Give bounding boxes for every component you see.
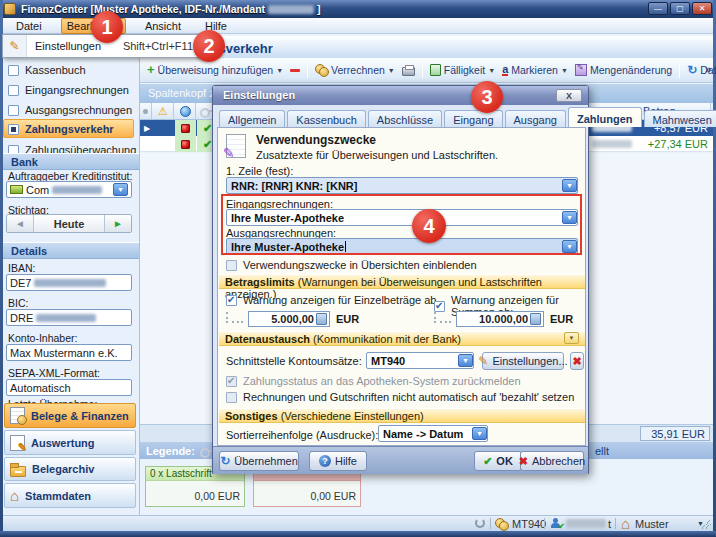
previous-day-icon[interactable]: ◄ (7, 215, 33, 232)
datenaustausch-button[interactable]: ↻Datenaustausch▼ (687, 64, 716, 76)
calculator-icon[interactable] (530, 313, 541, 325)
zahlungsstatus-checkbox-disabled: Zahlungsstatus an das Apotheken-System z… (226, 375, 521, 387)
eingangsrechnungen-select[interactable]: Ihre Muster-Apotheke ▼ (226, 209, 578, 226)
betrag-cell: +27,34 EUR (638, 136, 708, 152)
hilfe-button[interactable]: ? Hilfe (309, 451, 367, 471)
check-icon: ✔ (203, 122, 212, 135)
filter-button-clipped[interactable]: ✖ (570, 352, 584, 370)
sidebar-item-ausgangsrechnungen[interactable]: Ausgangsrechnungen (8, 102, 132, 118)
schnittstelle-select[interactable]: MT940 ▼ (366, 352, 474, 369)
close-icon[interactable]: ✕ (692, 2, 712, 15)
tab-zahlungen[interactable]: Zahlungen (568, 107, 642, 127)
toolbar-label: Verrechnen (331, 64, 385, 76)
sidebar-item-kassenbuch[interactable]: Kassenbuch (8, 62, 86, 78)
row-indicator-column[interactable] (140, 103, 152, 119)
add-ueberweisung-button[interactable]: +Überweisung hinzufügen▼ (147, 64, 283, 76)
summen-input[interactable]: 10.000,00 (456, 311, 544, 327)
checkbox-icon[interactable] (226, 260, 237, 271)
zeile-select[interactable]: RNR: [RNR] KNR: [KNR] ▼ (226, 177, 578, 194)
text-cursor (345, 241, 346, 252)
chevron-down-icon[interactable]: ▼ (458, 354, 473, 367)
menu-datei[interactable]: Datei (11, 19, 47, 33)
nav-belegarchiv[interactable]: Belegarchiv (4, 457, 136, 481)
maximize-icon[interactable]: ▢ (670, 2, 690, 15)
print-button[interactable] (402, 64, 415, 76)
sortierreihenfolge-select[interactable]: Name -> Datum ▼ (378, 425, 488, 442)
kreditinstitut-select[interactable]: Com ▼ (6, 181, 132, 198)
ausgangsrechnungen-select[interactable]: Ihre Muster-Apotheke ▼ (226, 238, 578, 255)
schnittstelle-value: MT940 (371, 355, 405, 367)
tab-mahnwesen[interactable]: Mahnwesen (644, 110, 716, 127)
chevron-down-icon[interactable]: ▼ (113, 183, 128, 196)
verwendungszwecke-checkbox-row[interactable]: Verwendungszwecke in Übersichten einblen… (226, 259, 477, 271)
house-icon: ⌂ (621, 517, 630, 531)
sidebar-item-eingangsrechnungen[interactable]: Eingangsrechnungen (8, 82, 129, 98)
uebernehmen-button[interactable]: ↻ Übernehmen (219, 451, 299, 471)
bic-field[interactable]: DRE (6, 309, 132, 326)
markieren-button[interactable]: aMarkieren▼ (502, 64, 568, 76)
heute-button[interactable]: Heute (33, 215, 105, 232)
checkbox-icon[interactable] (8, 65, 19, 76)
redacted-mandant-number (268, 5, 314, 14)
kreditinstitut-value: Com (26, 184, 49, 196)
checkbox-label: Zahlungsstatus an das Apotheken-System z… (243, 375, 521, 387)
chevron-down-icon[interactable]: ▼ (562, 211, 577, 224)
checkbox-checked-icon[interactable] (8, 124, 19, 135)
document-pencil-icon (226, 134, 246, 158)
kontoinhaber-value: Max Mustermann e.K. (10, 347, 118, 359)
checkbox-icon[interactable] (226, 392, 237, 403)
chevron-down-icon[interactable]: ▼ (562, 179, 577, 192)
nav-auswertung[interactable]: Auswertung (4, 430, 136, 455)
remove-button[interactable] (290, 69, 300, 72)
currency-label: EUR (336, 313, 359, 325)
nav-stammdaten[interactable]: ⌂Stammdaten (4, 483, 136, 508)
toolbar-label: Fälligkeit (444, 64, 485, 76)
faelligkeit-button[interactable]: Fälligkeit▼ (430, 64, 495, 76)
tab-eingang[interactable]: Eingang (444, 110, 502, 127)
dialog-close-icon[interactable]: X (556, 89, 582, 102)
abbrechen-button[interactable]: ✖ Abbrechen (520, 451, 584, 471)
menu-ansicht[interactable]: Ansicht (140, 19, 186, 33)
pencil-icon: ✎ (478, 354, 488, 368)
dot-icon (143, 109, 148, 114)
mengenaenderung-button[interactable]: Mengenänderung (575, 64, 672, 76)
checkbox-icon[interactable] (8, 85, 19, 96)
chevron-down-icon[interactable]: ▼ (562, 240, 577, 253)
schnittstelle-label: Schnittstelle Kontoumsätze: (226, 355, 362, 367)
warnung-einzel-checkbox[interactable]: Warnung anzeigen für Einzelbeträge ab (226, 294, 436, 306)
menu-einstellungen[interactable]: Einstellungen (35, 40, 101, 52)
verrechnen-button[interactable]: Verrechnen▼ (315, 64, 395, 76)
button-label: Einstellungen... (492, 355, 567, 367)
status-mt940[interactable]: MT940 (512, 518, 546, 530)
minimize-icon[interactable]: — (648, 2, 668, 15)
document-coins-icon (10, 407, 25, 424)
next-day-icon[interactable]: ► (105, 215, 131, 232)
toolbar-overflow-button[interactable]: » (705, 63, 711, 75)
checkbox-checked-icon[interactable] (226, 295, 237, 306)
collapse-icon[interactable]: ▼ (564, 332, 579, 344)
report-pencil-icon (10, 435, 25, 451)
sepa-field[interactable]: Automatisch (6, 379, 132, 396)
resize-grip[interactable] (701, 519, 711, 529)
warning-column[interactable]: ⚠ (153, 103, 174, 119)
rechnungen-bezahlt-checkbox[interactable]: Rechnungen und Gutschriften nicht automa… (226, 391, 574, 403)
nav-belege-finanzen[interactable]: Belege & Finanzen (4, 403, 136, 428)
tab-abschluesse[interactable]: Abschlüsse (368, 110, 442, 127)
online-column[interactable] (175, 103, 196, 119)
iban-field[interactable]: DE7 (6, 274, 132, 291)
ok-button[interactable]: ✔ OK (474, 451, 522, 471)
checkbox-icon[interactable] (8, 105, 19, 116)
dialog-title[interactable]: Einstellungen (213, 86, 588, 105)
einzelbetrag-input[interactable]: 5.000,00 (248, 311, 330, 327)
einstellungen-button[interactable]: ✎ Einstellungen... (482, 352, 564, 370)
kontoinhaber-field[interactable]: Max Mustermann e.K. (6, 344, 132, 361)
tab-ausgang[interactable]: Ausgang (505, 110, 566, 127)
tab-kassenbuch[interactable]: Kassenbuch (287, 110, 366, 127)
chevron-down-icon[interactable]: ▼ (472, 427, 487, 440)
status-separator (615, 518, 616, 529)
sidebar-item-zahlungsverkehr[interactable]: Zahlungsverkehr (8, 121, 114, 137)
checkbox-checked-icon[interactable] (434, 301, 445, 312)
calculator-icon[interactable] (316, 313, 327, 325)
annotation-circle-1: 1 (91, 11, 123, 43)
tab-allgemein[interactable]: Allgemein (219, 110, 285, 127)
